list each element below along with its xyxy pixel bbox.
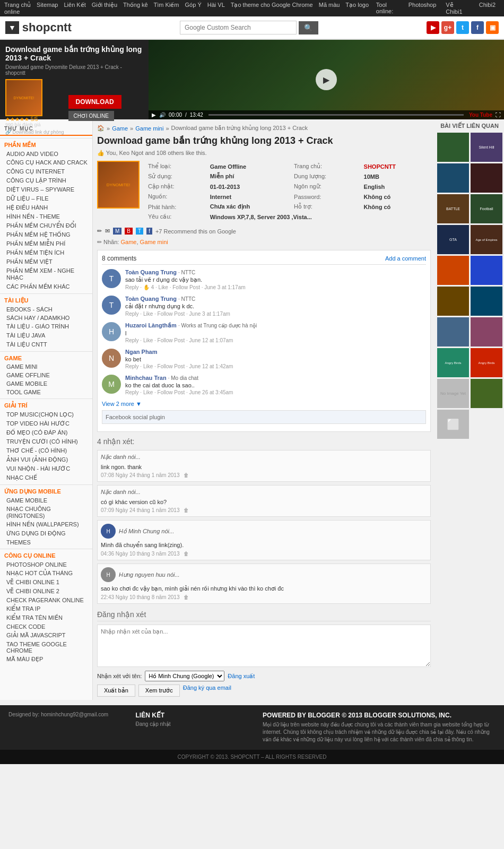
thumb-13[interactable] xyxy=(437,317,469,346)
sidebar-item-laptrinh[interactable]: CÔNG CỤ LẬP TRÌNH xyxy=(0,176,92,185)
sidebar-item-vuinhon[interactable]: VUI NHỘN - HÀI HƯỚC xyxy=(0,464,92,473)
delete-icon-2[interactable]: 🗑 xyxy=(184,507,189,513)
sidebar-item-vechibi1[interactable]: VẼ CHIBI ONLINE 1 xyxy=(0,578,92,587)
sidebar-item-truyen[interactable]: TRUYỆN CƯỜI (CÓ HÌNH) xyxy=(0,437,92,446)
comment-textarea[interactable] xyxy=(97,625,431,667)
sidebar-item-hedieuhanh[interactable]: HỆ ĐIỀU HÀNH xyxy=(0,203,92,212)
thumb-11[interactable] xyxy=(437,287,469,316)
youtube-icon[interactable]: ▶ xyxy=(427,21,439,34)
sidebar-item-giaima[interactable]: GIẢI MÃ JAVASCRIPT xyxy=(0,631,92,640)
delete-icon-1[interactable]: 🗑 xyxy=(184,472,189,478)
search-input[interactable] xyxy=(180,21,297,34)
sidebar-item-audio[interactable]: AUDIO AND VIDEO xyxy=(0,150,92,158)
download-button[interactable]: DOWNLOAD xyxy=(68,95,121,109)
sidebar-item-photoshop[interactable]: PHOTOSHOP ONLINE xyxy=(0,560,92,569)
sidebar-item-khac[interactable]: CÁC PHẦN MỀM KHÁC xyxy=(0,282,92,291)
thumb-15[interactable]: Angry Birds xyxy=(437,348,469,377)
share-icon-1[interactable]: M xyxy=(113,228,121,235)
thumb-5[interactable]: BATTLE xyxy=(437,194,469,223)
thumb-16[interactable]: Angry Birds xyxy=(471,348,502,377)
add-comment-link[interactable]: Add a comment xyxy=(385,255,426,262)
play-button[interactable]: ▶ xyxy=(316,69,337,90)
thumb-2[interactable]: Silent Hill xyxy=(471,133,502,162)
sidebar-item-vechibi2[interactable]: VẼ CHIBI ONLINE 2 xyxy=(0,587,92,596)
trang-chu-value[interactable]: SHOPCNTT xyxy=(362,162,430,171)
thumb-4[interactable] xyxy=(471,163,502,193)
progress-bar[interactable] xyxy=(208,114,464,116)
edit-icon[interactable]: ✏ xyxy=(97,228,102,235)
sidebar-item-hethong[interactable]: PHẦN MỀM HỆ THỐNG xyxy=(0,230,92,239)
thumb-18[interactable] xyxy=(471,379,502,408)
sidebar-item-checkcode[interactable]: CHECK CODE xyxy=(0,622,92,631)
twitter-icon[interactable]: t xyxy=(456,21,469,34)
sidebar-item-mamau[interactable]: MÃ MÀU ĐẸP xyxy=(0,655,92,664)
thumb-10[interactable] xyxy=(471,256,502,285)
view-more-link[interactable]: View 2 more ▼ xyxy=(102,401,426,407)
search-button[interactable]: 🔍 xyxy=(299,21,318,34)
submit-button[interactable]: Xuất bản xyxy=(97,685,135,697)
thumb-8[interactable]: Age of Empires xyxy=(471,225,502,254)
nav-sitemap[interactable]: Sitemap xyxy=(37,2,58,8)
video-overlay[interactable]: ▶ xyxy=(149,40,504,119)
sidebar-item-gamemini[interactable]: GAME MINI xyxy=(0,362,92,371)
like-icon[interactable]: 👍 xyxy=(97,150,105,156)
sidebar-item-kiemtraten[interactable]: KIỂM TRA TÊN MIỀN xyxy=(0,613,92,622)
nav-trang-chu[interactable]: Trang chủ xyxy=(4,2,31,8)
sidebar-item-hinhnен[interactable]: HÌNH NỀN - THEME xyxy=(0,212,92,221)
tool-chibi1[interactable]: Vẽ Chibi1 xyxy=(446,2,469,15)
sidebar-item-viet[interactable]: PHẦN MỀM VIỆT xyxy=(0,257,92,266)
thumb-1[interactable] xyxy=(437,133,469,162)
thumb-12[interactable] xyxy=(471,287,502,316)
logout-link[interactable]: Đăng xuất xyxy=(228,673,255,680)
sidebar-item-nhachot[interactable]: NHẠC HOT CỦA THÁNG xyxy=(0,569,92,578)
sidebar-item-themes[interactable]: THEMES xyxy=(0,538,92,547)
nav-ma-mau[interactable]: Mã màu xyxy=(319,2,340,8)
preview-button[interactable]: Xem trước xyxy=(138,685,180,697)
thumb-6[interactable]: Football xyxy=(471,194,502,223)
nav-hai-vl[interactable]: Hài VL xyxy=(207,2,225,8)
nav-gioi-thieu[interactable]: Giới thiệu xyxy=(92,2,117,8)
googleplus-icon[interactable]: g+ xyxy=(441,21,454,34)
nav-gop-y[interactable]: Góp Ý xyxy=(185,2,202,8)
sidebar-item-xemnghenhac[interactable]: PHẦN MỀM XEM - NGHE NHẠC xyxy=(0,266,92,282)
thumb-9[interactable] xyxy=(437,256,469,285)
volume-icon[interactable]: 🔊 xyxy=(159,112,166,118)
sidebar-item-sachhay[interactable]: SÁCH HAY / ADAMKHO xyxy=(0,314,92,322)
tool-photoshop[interactable]: Photoshop xyxy=(409,2,437,15)
delete-icon-4[interactable]: 🗑 xyxy=(184,594,189,600)
tool-chibi2[interactable]: Chibi2 xyxy=(479,2,496,15)
sidebar-item-internet[interactable]: CÔNG CỤ INTERNET xyxy=(0,167,92,176)
thumb-14[interactable] xyxy=(471,317,502,346)
thumb-3[interactable] xyxy=(437,163,469,193)
mail-icon[interactable]: ✉ xyxy=(105,228,110,235)
sidebar-item-anhvui[interactable]: ẢNH VUI (ẢNH ĐỘNG) xyxy=(0,455,92,464)
sidebar-item-giaotrinh[interactable]: TÀI LIỆU - GIÁO TRÌNH xyxy=(0,322,92,331)
sidebar-item-hack[interactable]: CÔNG CỤ HACK AND CRACK xyxy=(0,158,92,167)
sidebar-item-tailieucntt[interactable]: TÀI LIỆU CNTT xyxy=(0,340,92,349)
play-pause-icon[interactable]: ▶ xyxy=(152,112,156,118)
sidebar-item-virus[interactable]: DIỆT VIRUS – SPYWARE xyxy=(0,185,92,194)
tag-gamemini[interactable]: Game mini xyxy=(140,239,168,245)
sidebar-item-kiemtraip[interactable]: KIỂM TRA IP xyxy=(0,604,92,613)
share-icon-2[interactable]: B xyxy=(125,228,133,235)
sidebar-item-checkpagerank[interactable]: CHECK PAGERANK ONLINE xyxy=(0,596,92,604)
sidebar-item-dulieu[interactable]: DỮ LIỆU – FILE xyxy=(0,194,92,203)
recommend-text[interactable]: +7 Recommend this on Google xyxy=(155,228,236,235)
sidebar-item-ringtones[interactable]: NHẠC CHUÔNG (RINGTONES) xyxy=(0,505,92,520)
user-select[interactable]: Hồ Minh Chung (Google) xyxy=(145,671,224,681)
delete-icon-3[interactable]: 🗑 xyxy=(184,551,189,557)
nav-lien-ket[interactable]: Liên Kết xyxy=(64,2,86,8)
sidebar-item-mienпhi[interactable]: PHẦN MỀM MIỄN PHÍ xyxy=(0,239,92,248)
sidebar-item-topvideo[interactable]: TOP VIDEO HÀI HƯỚC xyxy=(0,419,92,428)
sidebar-item-thoche[interactable]: THƠ CHẾ - (CÓ HÌNH) xyxy=(0,446,92,455)
nav-theme[interactable]: Tạo theme cho Google Chrome xyxy=(231,2,313,8)
sidebar-item-taotheme[interactable]: TAO THEME GOOGLE CHROME xyxy=(0,640,92,655)
sidebar-item-tienich[interactable]: PHẦN MỀM TIỆN ÍCH xyxy=(0,248,92,257)
nav-thong-ke[interactable]: Thống kê xyxy=(123,2,148,8)
fullscreen-icon[interactable]: ⛶ xyxy=(496,112,501,118)
facebook-icon[interactable]: f xyxy=(471,21,484,34)
tag-game[interactable]: Game xyxy=(120,239,136,245)
sidebar-item-domeo[interactable]: ĐỐ MẸO (CÓ ĐÁP ÁN) xyxy=(0,428,92,437)
sidebar-item-ebooks[interactable]: EBOOKS - SÁCH xyxy=(0,305,92,314)
share-icon-3[interactable]: T xyxy=(136,228,143,235)
